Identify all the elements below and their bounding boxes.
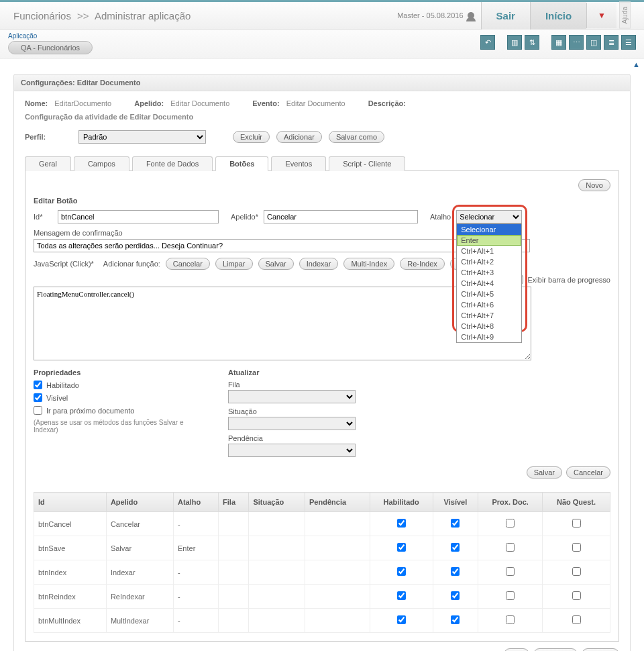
col-situacao[interactable]: Situação bbox=[249, 493, 305, 512]
cell-habilitado-checkbox[interactable] bbox=[397, 567, 406, 576]
cell-visivel-checkbox[interactable] bbox=[451, 519, 460, 528]
visible-checkbox[interactable] bbox=[34, 393, 42, 402]
situacao-select[interactable] bbox=[228, 417, 356, 430]
tool-icon-3[interactable]: ▦ bbox=[551, 35, 566, 50]
fn-cancelar-button[interactable]: Cancelar bbox=[166, 258, 210, 270]
exit-button[interactable]: Sair bbox=[481, 2, 530, 30]
tab-campos[interactable]: Campos bbox=[74, 156, 129, 171]
cell-nao-checkbox[interactable] bbox=[572, 543, 581, 552]
shortcut-option[interactable]: Ctrl+Alt+4 bbox=[457, 278, 521, 289]
tool-icon-2[interactable]: ⇅ bbox=[525, 35, 539, 50]
cell-prox-checkbox[interactable] bbox=[506, 543, 515, 552]
collapse-icon[interactable]: ▲ bbox=[0, 59, 644, 68]
enabled-checkbox[interactable] bbox=[34, 381, 42, 389]
cell-prox-checkbox[interactable] bbox=[506, 567, 515, 576]
cell-habilitado-checkbox[interactable] bbox=[397, 615, 406, 624]
table-row[interactable]: btnReindexReIndexar- bbox=[34, 585, 610, 609]
table-row[interactable]: btnSaveSalvarEnter bbox=[34, 536, 610, 560]
cell-nao-checkbox[interactable] bbox=[572, 567, 581, 576]
user-icon bbox=[468, 12, 474, 19]
cell-prox-checkbox[interactable] bbox=[506, 519, 515, 528]
col-fila[interactable]: Fila bbox=[219, 493, 249, 512]
shortcut-option[interactable]: Selecionar bbox=[457, 224, 521, 235]
saveas-button[interactable]: Salvar como bbox=[329, 131, 384, 143]
col-nao[interactable]: Não Quest. bbox=[543, 493, 610, 512]
cell-prox-checkbox[interactable] bbox=[506, 615, 515, 624]
shortcut-option[interactable]: Ctrl+Alt+1 bbox=[457, 246, 521, 256]
col-id[interactable]: Id bbox=[34, 493, 107, 512]
undo-icon[interactable]: ↶ bbox=[480, 35, 495, 50]
shortcut-option[interactable]: Ctrl+Alt+3 bbox=[457, 267, 521, 278]
user-label: Master - 05.08.2016 bbox=[397, 11, 463, 19]
shortcut-option[interactable]: Ctrl+Alt+5 bbox=[457, 289, 521, 299]
cell-situacao bbox=[249, 609, 305, 633]
tool-icon-4[interactable]: ⋯ bbox=[569, 35, 584, 50]
tab-botoes[interactable]: Botões bbox=[215, 156, 268, 171]
shortcut-select[interactable]: Selecionar bbox=[456, 210, 522, 223]
fn-reindex-button[interactable]: Re-Index bbox=[400, 258, 445, 270]
add-button[interactable]: Adicionar bbox=[276, 131, 322, 143]
ok-button[interactable]: OK bbox=[504, 648, 529, 651]
save-button[interactable]: Salvar bbox=[527, 466, 562, 479]
cell-habilitado-checkbox[interactable] bbox=[397, 543, 406, 552]
msg-field[interactable] bbox=[34, 239, 530, 252]
new-button[interactable]: Novo bbox=[578, 179, 610, 191]
fila-select[interactable] bbox=[228, 390, 356, 403]
shortcut-option[interactable]: Ctrl+Alt+8 bbox=[457, 321, 521, 332]
app-pill[interactable]: QA - Funcionários bbox=[8, 41, 93, 54]
col-pendencia[interactable]: Pendência bbox=[305, 493, 370, 512]
alias-field[interactable] bbox=[264, 210, 418, 223]
id-field[interactable] bbox=[58, 210, 219, 223]
apply-button[interactable]: Aplicar bbox=[582, 648, 619, 651]
col-habilitado[interactable]: Habilitado bbox=[370, 493, 433, 512]
shortcut-option[interactable]: Ctrl+Alt+6 bbox=[457, 299, 521, 310]
cell-habilitado-checkbox[interactable] bbox=[397, 519, 406, 528]
shortcut-option[interactable]: Ctrl+Alt+2 bbox=[457, 256, 521, 267]
home-button[interactable]: Início bbox=[530, 2, 586, 30]
tool-icon-6[interactable]: ≣ bbox=[604, 35, 619, 50]
dropdown-trigger[interactable]: ▼ bbox=[586, 3, 616, 28]
cell-nao-checkbox[interactable] bbox=[572, 591, 581, 600]
tool-icon-5[interactable]: ◫ bbox=[586, 35, 601, 50]
col-apelido[interactable]: Apelido bbox=[106, 493, 173, 512]
cell-visivel-checkbox[interactable] bbox=[451, 567, 460, 576]
cell-nao-checkbox[interactable] bbox=[572, 615, 581, 624]
cell-prox-checkbox[interactable] bbox=[506, 591, 515, 600]
tab-script[interactable]: Script - Cliente bbox=[329, 156, 405, 171]
profile-select[interactable]: Padrão bbox=[78, 130, 206, 144]
tab-eventos[interactable]: Eventos bbox=[271, 156, 326, 171]
table-row[interactable]: btnCancelCancelar- bbox=[34, 512, 610, 536]
cell-nao-checkbox[interactable] bbox=[572, 519, 581, 528]
footer-cancel-button[interactable]: Cancelar bbox=[533, 648, 578, 651]
col-prox[interactable]: Prox. Doc. bbox=[478, 493, 543, 512]
fn-multi-button[interactable]: Multi-Index bbox=[343, 258, 394, 270]
col-visivel[interactable]: Visível bbox=[433, 493, 478, 512]
fn-indexar-button[interactable]: Indexar bbox=[299, 258, 339, 270]
help-tab[interactable]: Ajuda bbox=[619, 2, 631, 29]
cell-situacao bbox=[249, 585, 305, 609]
tool-icon-1[interactable]: ▥ bbox=[507, 35, 522, 50]
cell-visivel-checkbox[interactable] bbox=[451, 615, 460, 624]
breadcrumb-part-b[interactable]: Administrar aplicação bbox=[95, 10, 191, 21]
table-row[interactable]: btnMultIndexMultIndexar- bbox=[34, 609, 610, 633]
buttons-grid: Id Apelido Atalho Fila Situação Pendênci… bbox=[34, 492, 610, 633]
tab-fonte[interactable]: Fonte de Dados bbox=[132, 156, 213, 171]
cell-habilitado-checkbox[interactable] bbox=[397, 591, 406, 600]
fn-limpar-button[interactable]: Limpar bbox=[215, 258, 253, 270]
cancel-button[interactable]: Cancelar bbox=[566, 466, 610, 479]
shortcut-option[interactable]: Ctrl+Alt+9 bbox=[457, 332, 521, 342]
nextdoc-checkbox[interactable] bbox=[34, 406, 42, 415]
tool-icon-7[interactable]: ☰ bbox=[621, 35, 636, 50]
cell-visivel-checkbox[interactable] bbox=[451, 591, 460, 600]
pendencia-select[interactable] bbox=[228, 444, 356, 457]
col-atalho[interactable]: Atalho bbox=[174, 493, 219, 512]
delete-button[interactable]: Excluir bbox=[233, 131, 270, 143]
tab-geral[interactable]: Geral bbox=[25, 156, 71, 171]
shortcut-dropdown[interactable]: Selecionar Enter Ctrl+Alt+1 Ctrl+Alt+2 C… bbox=[456, 223, 522, 343]
shortcut-option[interactable]: Enter bbox=[457, 235, 521, 246]
fn-salvar-button[interactable]: Salvar bbox=[258, 258, 294, 270]
breadcrumb-part-a[interactable]: Funcionários bbox=[13, 10, 71, 21]
cell-visivel-checkbox[interactable] bbox=[451, 543, 460, 552]
shortcut-option[interactable]: Ctrl+Alt+7 bbox=[457, 310, 521, 321]
table-row[interactable]: btnIndexIndexar- bbox=[34, 560, 610, 585]
